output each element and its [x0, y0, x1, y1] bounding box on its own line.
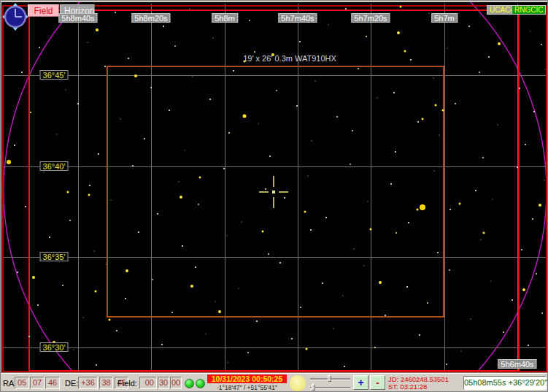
star [107, 264, 107, 265]
star [493, 199, 493, 200]
star [344, 366, 345, 367]
ra-hours-input[interactable]: 05 [15, 377, 29, 389]
star [276, 90, 277, 91]
star [437, 252, 439, 253]
star [522, 288, 525, 291]
star [227, 236, 228, 237]
star [32, 276, 35, 279]
speed-slider-thumb[interactable] [312, 384, 315, 391]
field-seconds-input[interactable]: 00 [170, 377, 182, 389]
star [385, 315, 386, 316]
star [370, 228, 372, 231]
ra-grid-label: 5h8m20s [131, 13, 170, 23]
star [296, 105, 298, 107]
star [533, 111, 535, 112]
status-led-2[interactable] [196, 379, 205, 388]
star [109, 319, 111, 321]
star [417, 209, 419, 211]
star [447, 48, 448, 49]
star [530, 31, 531, 32]
star [498, 42, 501, 45]
zoom-in-button[interactable]: + [353, 375, 368, 390]
dec-grid-label: 36°35' [40, 252, 69, 261]
star [96, 364, 97, 366]
star [539, 204, 541, 207]
time-slider-thumb[interactable] [328, 375, 331, 382]
star [74, 350, 74, 350]
star [262, 231, 264, 233]
star [420, 204, 425, 210]
star [408, 222, 409, 223]
star [417, 121, 419, 123]
zoom-out-button[interactable]: - [370, 375, 385, 390]
star [228, 362, 228, 363]
star [345, 8, 347, 9]
star [104, 66, 106, 67]
star [111, 200, 112, 201]
star [144, 138, 145, 139]
sidereal-time-display: ST: 03:21:28 [388, 383, 427, 391]
star [88, 194, 90, 196]
ra-seconds-input[interactable]: 46 [45, 377, 60, 389]
star [215, 301, 216, 302]
star [481, 239, 482, 240]
star [242, 222, 242, 223]
star [459, 203, 461, 205]
star [517, 166, 518, 168]
star [519, 88, 520, 89]
star [503, 331, 504, 333]
speed-slider-track[interactable] [310, 387, 350, 388]
de-label: DE: [65, 379, 78, 388]
fov-rectangle[interactable] [107, 66, 444, 317]
star [150, 87, 152, 88]
field-minutes-input[interactable]: 30 [158, 377, 169, 389]
field-degrees-input[interactable]: 00 [139, 377, 157, 389]
star [98, 153, 99, 155]
star [442, 109, 444, 112]
field-label: Field: [117, 379, 137, 388]
star [17, 272, 18, 273]
star [44, 172, 45, 173]
star [223, 168, 225, 169]
star [89, 185, 90, 186]
star [435, 104, 437, 107]
star [315, 81, 316, 82]
star [233, 70, 234, 72]
sun-altitude-icon [290, 375, 306, 391]
star [352, 130, 353, 131]
star [358, 68, 359, 69]
star [395, 151, 396, 153]
de-minutes-input[interactable]: 38 [99, 377, 113, 389]
star [66, 90, 66, 91]
star [128, 58, 129, 59]
star [291, 338, 293, 339]
star [49, 237, 50, 238]
de-degrees-input[interactable]: +36 [78, 377, 98, 389]
ra-grid-label: 5h8m [212, 13, 238, 23]
star [488, 56, 490, 58]
star [174, 45, 176, 47]
star [254, 51, 255, 53]
star [163, 26, 164, 27]
star [419, 334, 420, 336]
star [28, 336, 30, 337]
tab-field[interactable]: Field [28, 4, 59, 17]
star [422, 118, 424, 120]
star [475, 190, 476, 191]
ra-minutes-input[interactable]: 07 [30, 377, 45, 389]
star [25, 206, 26, 207]
star [185, 150, 185, 151]
star [134, 74, 137, 77]
star [525, 144, 526, 145]
star [14, 145, 15, 146]
star [213, 38, 214, 39]
status-led-1[interactable] [185, 379, 194, 388]
catalog-badge-rngcic[interactable]: RNGCIC [512, 5, 546, 15]
ra-grid-label: 5h7m20s [351, 13, 390, 23]
sky-chart[interactable]: Field Horizon UCAC4 RNGCIC 19' x 26' 0.3… [1, 2, 548, 372]
star [126, 269, 128, 272]
star [268, 253, 269, 255]
ra-grid-label: 5h6m40s [498, 359, 536, 369]
sun-position-display: -1°18'47" / +51°55'41" [207, 384, 287, 391]
star [482, 157, 484, 158]
